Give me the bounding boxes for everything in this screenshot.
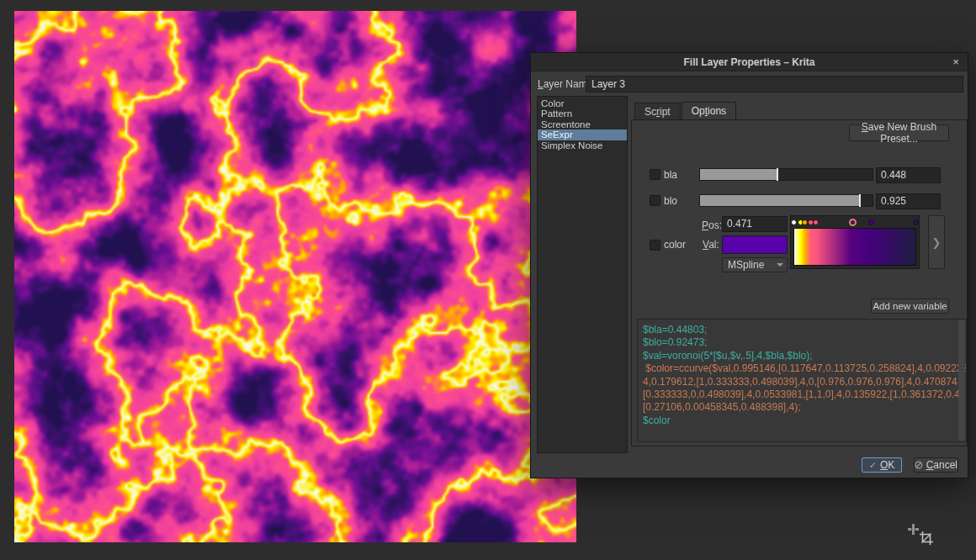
gradient-stops-row — [793, 218, 916, 227]
color-variable-label: color — [664, 239, 686, 251]
value-color-swatch[interactable] — [722, 235, 788, 254]
add-new-variable-label: Add new variable — [873, 301, 947, 311]
pos-input[interactable]: 0.471 — [722, 216, 788, 232]
cancel-button[interactable]: Cancel — [914, 457, 958, 473]
variable-rows: bla 0.448 blo 0.925 — [650, 167, 944, 219]
pos-label: Pos: — [702, 219, 722, 231]
dialog-title: Fill Layer Properties – Krita — [531, 53, 968, 71]
tab-bar: ScriptOptions — [634, 102, 737, 120]
variable-slider[interactable] — [699, 168, 873, 181]
generator-list[interactable]: ColorPatternScreentoneSeExprSimplex Nois… — [537, 96, 628, 453]
gradient-stop[interactable] — [868, 219, 874, 225]
cancel-label: Cancel — [926, 459, 957, 471]
variable-row: blo 0.925 — [650, 193, 944, 209]
gradient-stop[interactable] — [913, 219, 919, 225]
check-icon: ✓ — [869, 460, 877, 471]
variable-checkbox[interactable] — [650, 195, 660, 206]
script-code: $bla=0.44803;$blo=0.92473;$val=voronoi(5… — [643, 324, 952, 427]
ok-button[interactable]: ✓ OK — [862, 457, 902, 473]
cancel-icon — [915, 461, 923, 469]
variable-row: bla 0.448 — [650, 167, 944, 183]
layer-name-input[interactable]: Layer 3 — [586, 76, 963, 92]
gradient-strip[interactable] — [793, 228, 916, 266]
dialog-titlebar[interactable]: Fill Layer Properties – Krita × — [531, 53, 968, 71]
generator-item-seexpr[interactable]: SeExpr — [538, 129, 627, 140]
interpolation-value: MSpline — [728, 259, 764, 271]
chevron-down-icon — [777, 263, 783, 267]
chevron-right-icon: ❯ — [932, 236, 942, 249]
gradient-stop[interactable] — [813, 219, 819, 225]
variable-value-input[interactable]: 0.448 — [876, 167, 941, 183]
slider-handle[interactable] — [777, 168, 778, 181]
fill-layer-properties-dialog: Fill Layer Properties – Krita × Layer Na… — [530, 52, 968, 478]
slider-handle[interactable] — [859, 194, 861, 207]
gradient-stop[interactable] — [849, 219, 857, 226]
tab-script[interactable]: Script — [634, 103, 681, 120]
variable-slider[interactable] — [699, 194, 873, 207]
variable-checkbox[interactable] — [650, 169, 660, 180]
color-variable-checkbox[interactable] — [650, 240, 660, 251]
gradient-stop[interactable] — [791, 219, 797, 225]
interpolation-dropdown[interactable]: MSpline — [722, 257, 788, 272]
gradient-editor[interactable] — [790, 215, 920, 269]
variable-value-input[interactable]: 0.925 — [876, 193, 941, 209]
crop-tool-cursor-icon — [919, 531, 934, 546]
krita-app: Fill Layer Properties – Krita × Layer Na… — [0, 0, 976, 560]
generator-item-simplex-noise[interactable]: Simplex Noise — [538, 140, 627, 151]
generator-item-pattern[interactable]: Pattern — [538, 108, 627, 119]
script-preview[interactable]: $bla=0.44803;$blo=0.92473;$val=voronoi(5… — [637, 319, 967, 442]
tab-options[interactable]: Options — [682, 102, 736, 120]
slider-fill — [700, 195, 860, 206]
add-new-variable-button[interactable]: Add new variable — [871, 298, 949, 314]
move-cursor-icon — [908, 524, 919, 535]
val-label: Val: — [703, 239, 719, 251]
save-new-brush-preset-label: Save New Brush Preset... — [850, 121, 948, 145]
variable-label-bla: bla — [664, 169, 677, 181]
close-icon[interactable]: × — [947, 53, 964, 71]
save-new-brush-preset-button[interactable]: Save New Brush Preset... — [849, 124, 949, 141]
generator-item-screentone[interactable]: Screentone — [538, 119, 627, 129]
canvas-fill-layer-preview[interactable] — [14, 11, 576, 542]
variable-label-blo: blo — [664, 195, 677, 207]
gradient-expand-button[interactable]: ❯ — [928, 215, 945, 269]
generator-item-color[interactable]: Color — [538, 98, 627, 108]
script-scrollbar[interactable] — [958, 320, 965, 441]
slider-fill — [700, 169, 777, 180]
ok-label: OK — [880, 459, 894, 471]
